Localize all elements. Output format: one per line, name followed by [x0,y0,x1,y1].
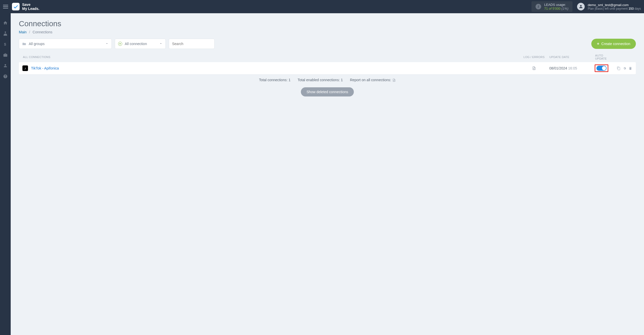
breadcrumb: Main / Connections [19,30,636,34]
header-auto: AUTO UPDATE [582,54,613,60]
status-label: All connection [125,42,147,46]
chevron-down-icon [159,42,162,46]
groups-label: All groups [29,42,45,46]
sidebar: $ [0,13,11,335]
dollar-icon[interactable]: $ [3,42,8,47]
svg-text:$: $ [4,42,6,46]
search-input[interactable] [172,42,211,46]
breadcrumb-main[interactable]: Main [19,30,26,34]
show-deleted-button[interactable]: Show deleted connections [301,87,354,96]
summary-row: Total connections: 1 Total enabled conne… [19,78,636,82]
groups-dropdown[interactable]: All groups [19,39,112,49]
home-icon[interactable] [3,20,8,25]
menu-toggle[interactable] [3,5,8,8]
play-icon [118,42,122,46]
header-log: LOG / ERRORS [521,55,547,59]
account-menu[interactable]: demo_sml_test@gmail.com Plan |Basic| lef… [577,3,641,10]
sitemap-icon[interactable] [3,31,8,36]
main-content: Connections Main / Connections All group… [11,13,644,335]
breadcrumb-current: Connections [33,30,52,34]
connection-row: ♪ TikTok - Apifonica 08/01/2024 16:05 [19,62,636,74]
chevron-down-icon [105,42,108,46]
header-date: UPDATE DATE [547,55,582,59]
account-email: demo_sml_test@gmail.com [588,3,641,7]
info-icon: i [536,4,541,9]
folder-icon [22,42,26,46]
gear-icon[interactable] [623,66,626,70]
account-plan: Plan |Basic| left until payment 153 days [588,7,641,10]
usage-box: i LEADS usage: 71 of 5'000 (1%) [531,1,572,12]
table-headers: ALL CONNECTIONS LOG / ERRORS UPDATE DATE… [19,52,636,62]
connection-link[interactable]: TikTok - Apifonica [31,66,59,70]
highlight-box [595,64,608,72]
usage-values: 71 of 5'000 (1%) [544,7,568,10]
auto-update-toggle[interactable] [596,66,607,71]
update-date: 08/01/2024 16:05 [547,66,582,70]
log-button[interactable] [521,66,547,71]
user-icon[interactable] [3,63,8,68]
briefcase-icon[interactable] [3,52,8,58]
help-icon[interactable] [3,74,8,79]
brand-text: Save My Leads. [22,3,39,11]
create-label: Create connection [601,42,630,46]
trash-icon[interactable] [628,66,632,70]
create-connection-button[interactable]: + Create connection [591,39,636,49]
page-title: Connections [19,19,636,28]
usage-label: LEADS usage: [544,3,568,7]
status-dropdown[interactable]: All connection [115,39,166,49]
copy-icon[interactable] [617,66,621,70]
avatar-icon [577,3,585,10]
search-box[interactable] [169,39,215,49]
logo[interactable] [12,3,20,10]
tiktok-icon: ♪ [22,65,28,71]
plus-icon: + [597,41,599,46]
topbar: Save My Leads. i LEADS usage: 71 of 5'00… [0,0,644,13]
header-name: ALL CONNECTIONS [19,55,521,59]
document-icon[interactable] [392,78,396,82]
